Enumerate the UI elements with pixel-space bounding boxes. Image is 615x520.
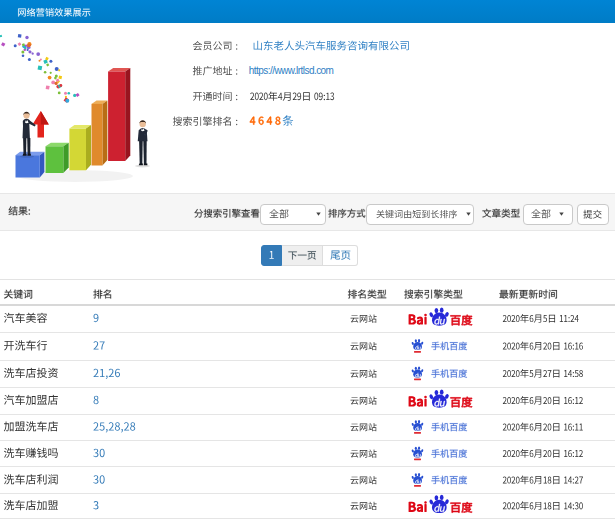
svg-text:https://www.lrtlsd.com: https://www.lrtlsd.com: [249, 65, 334, 76]
